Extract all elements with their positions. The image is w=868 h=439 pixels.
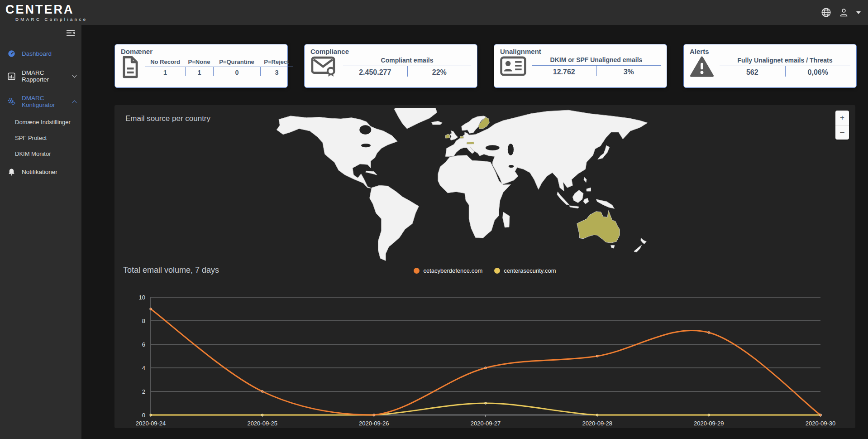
- great-lakes: [361, 144, 371, 147]
- col-header: P=Qurantine: [213, 58, 260, 67]
- legend-item-centerasecurity[interactable]: centerasecurity.com: [494, 267, 556, 274]
- map-country-netherlands[interactable]: [460, 136, 463, 139]
- chevron-up-icon: [72, 100, 77, 105]
- cell-value: 1: [185, 67, 213, 76]
- card-alerts: Alerts Fully Unalignet emails / Threats …: [683, 44, 857, 88]
- bar-chart-icon: [7, 72, 15, 80]
- persian-gulf: [509, 165, 514, 168]
- alerts-kpi: Fully Unalignet emails / Threats 562 0,0…: [720, 57, 850, 77]
- globe-icon[interactable]: [821, 7, 831, 18]
- map-title: Email source per country: [125, 114, 210, 123]
- svg-text:2: 2: [142, 388, 145, 395]
- sidebar-item-dkim-monitor[interactable]: DKIM Monitor: [0, 146, 81, 162]
- logo-title: CENTERA: [5, 4, 88, 16]
- topbar-actions: [821, 7, 861, 18]
- svg-text:10: 10: [139, 294, 145, 301]
- document-icon: [121, 56, 140, 78]
- card-title: Unalignment: [500, 48, 661, 55]
- compliance-kpi: Compliant emails 2.450.277 22%: [343, 57, 471, 77]
- map-country-north-america: [277, 116, 397, 188]
- sidebar-item-label: Notifikationer: [22, 169, 57, 175]
- kpi-header: Compliant emails: [343, 57, 471, 66]
- sidebar-collapse-icon[interactable]: [66, 29, 75, 38]
- caspian-sea: [508, 144, 514, 155]
- svg-text:2020-09-25: 2020-09-25: [247, 420, 277, 427]
- sidebar: Dashboard DMARC Rapporter: [0, 25, 81, 439]
- legend-dot-icon: [414, 268, 420, 274]
- sidebar-item-domaene-indstillinger[interactable]: Domæne Indstillinger: [0, 114, 81, 130]
- kpi-header: Fully Unalignet emails / Threats: [720, 57, 850, 66]
- svg-text:2020-09-28: 2020-09-28: [582, 420, 612, 427]
- card-domaener: Domæner No Record P=None P=Qurantine P=R…: [114, 44, 288, 88]
- svg-text:6: 6: [142, 341, 145, 348]
- email-volume-line-chart: 02468102020-09-242020-09-252020-09-26202…: [114, 282, 855, 428]
- col-header: P=Reject: [260, 58, 293, 67]
- map-island-luzon: [584, 177, 587, 183]
- kpi-value: 2.450.277: [343, 66, 407, 77]
- sidebar-item-dmarc-konfigurator[interactable]: DMARC Konfigurator: [0, 89, 81, 114]
- zoom-out-button[interactable]: –: [835, 125, 849, 140]
- map-country-japan: [598, 145, 610, 159]
- bell-icon: [7, 168, 15, 176]
- cell-value: 1: [145, 67, 185, 76]
- sidebar-item-dashboard[interactable]: Dashboard: [0, 43, 81, 63]
- card-title: Domæner: [121, 48, 281, 55]
- map-country-ireland[interactable]: [445, 134, 450, 138]
- sidebar-item-label: DMARC Rapporter: [22, 69, 67, 83]
- chart-header: Total email volume, 7 days cetacyberdefe…: [114, 265, 855, 278]
- col-header: P=None: [185, 58, 213, 67]
- map-country-madagascar: [503, 212, 510, 227]
- map-country-australia[interactable]: [577, 211, 620, 243]
- sidebar-menu: Dashboard DMARC Rapporter: [0, 43, 81, 182]
- certified-mail-icon: [310, 56, 338, 77]
- black-sea: [486, 145, 500, 150]
- map-country-greenland: [394, 108, 437, 129]
- kpi-value: 3%: [596, 66, 661, 76]
- svg-text:4: 4: [142, 365, 145, 371]
- stat-cards-row: Domæner No Record P=None P=Qurantine P=R…: [114, 44, 857, 88]
- map-island-sulawesi: [583, 198, 589, 204]
- kpi-value: 22%: [407, 66, 472, 77]
- sidebar-item-notifikationer[interactable]: Notifikationer: [0, 162, 81, 182]
- map-country-austria[interactable]: [467, 142, 474, 144]
- svg-text:2020-09-27: 2020-09-27: [471, 420, 501, 427]
- sidebar-item-spf-protect[interactable]: SPF Protect: [0, 130, 81, 146]
- legend-label: centerasecurity.com: [504, 267, 556, 274]
- logo: CENTERA DMARC Compliance: [5, 4, 88, 22]
- hudson-bay: [359, 125, 371, 134]
- legend-dot-icon: [494, 268, 500, 274]
- sidebar-item-label: Dashboard: [22, 50, 52, 57]
- chart-legend: cetacyberdefence.com centerasecurity.com: [114, 267, 855, 274]
- gears-icon: [7, 97, 15, 106]
- chevron-down-icon: [72, 73, 77, 78]
- map-country-new-zealand-south: [634, 245, 642, 252]
- caret-down-icon[interactable]: [856, 11, 861, 14]
- sidebar-item-label: DMARC Konfigurator: [22, 95, 67, 108]
- svg-text:2020-09-30: 2020-09-30: [806, 420, 836, 427]
- map-island-java: [569, 206, 579, 208]
- col-header: No Record: [145, 58, 185, 67]
- legend-label: cetacyberdefence.com: [423, 267, 482, 274]
- domains-table: No Record P=None P=Qurantine P=Reject 1 …: [145, 58, 293, 76]
- map-country-new-zealand-north: [641, 238, 646, 244]
- warning-triangle-icon: [690, 56, 714, 77]
- zoom-in-button[interactable]: +: [835, 111, 849, 125]
- user-icon[interactable]: [839, 8, 849, 17]
- cell-value: 0: [213, 67, 260, 76]
- contact-card-icon: [500, 56, 526, 77]
- map-island-mindanao: [587, 188, 591, 191]
- dashboard-panel: Email source per country: [114, 105, 855, 428]
- kpi-value: 0,06%: [785, 66, 851, 77]
- sidebar-item-dmarc-rapporter[interactable]: DMARC Rapporter: [0, 63, 81, 89]
- legend-item-cetacyberdefence[interactable]: cetacyberdefence.com: [414, 267, 482, 274]
- unalignment-kpi: DKIM or SPF Unaligned emails 12.762 3%: [532, 56, 661, 76]
- map-country-iceland: [432, 121, 443, 125]
- gauge-icon: [7, 49, 15, 58]
- map-island-borneo: [572, 190, 583, 203]
- map-country-south-america: [370, 185, 419, 261]
- svg-text:2020-09-26: 2020-09-26: [359, 420, 389, 427]
- world-map[interactable]: [264, 108, 649, 264]
- svg-text:0: 0: [142, 412, 145, 419]
- map-island-new-guinea: [596, 199, 614, 208]
- kpi-value: 12.762: [532, 66, 596, 76]
